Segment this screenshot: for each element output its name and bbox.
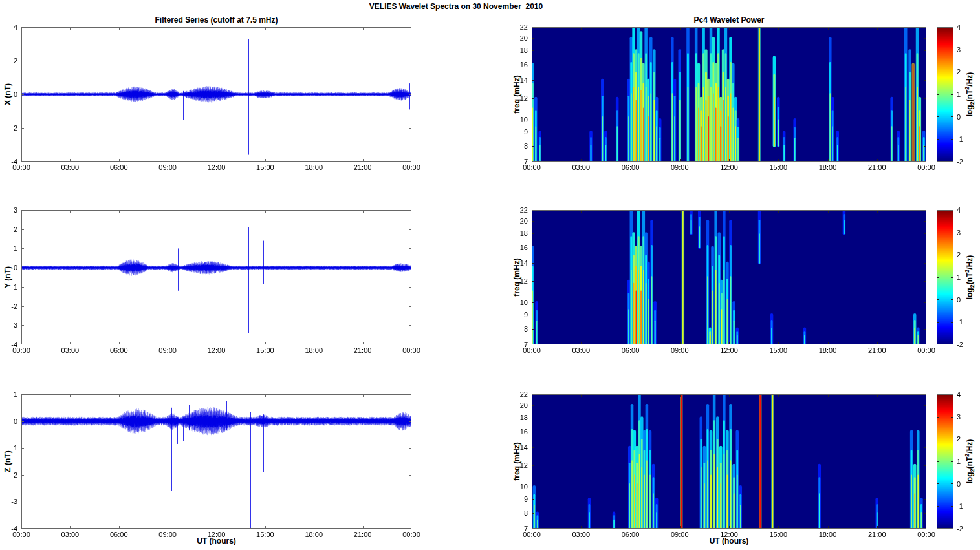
x-tick-label: 00:00 — [917, 346, 935, 354]
colorbar-tick-label: 4 — [957, 390, 961, 398]
colorbar-tick-label: 0 — [957, 113, 961, 121]
x-tick-label: 06:00 — [110, 164, 128, 171]
freq-tick-label: 20 — [520, 401, 528, 409]
x-tick-label: 15:00 — [256, 164, 274, 171]
colorbar-tick-label: 0 — [957, 480, 961, 488]
freq-axis-label-1: freq (mHz) — [512, 75, 521, 113]
x-tick-label: 03:00 — [572, 164, 590, 171]
colorbar-tick-label: -2 — [957, 525, 963, 533]
spectrogram-x-plot — [532, 27, 926, 162]
freq-tick-label: 16 — [520, 61, 528, 69]
x-tick-label: 18:00 — [819, 346, 837, 354]
x-tick-label: 12:00 — [208, 164, 226, 171]
colorbar-3 — [937, 394, 953, 529]
colorbar-tick-label: -2 — [957, 341, 963, 348]
spectrogram-y-plot — [532, 210, 926, 344]
y-tick-label: 0 — [14, 90, 17, 98]
freq-tick-label: 22 — [520, 390, 528, 398]
freq-tick-label: 9 — [524, 128, 528, 136]
freq-tick-label: 16 — [520, 244, 528, 251]
colorbar-tick-label: 1 — [957, 90, 961, 98]
freq-tick-label: 7 — [524, 158, 528, 165]
y-axis-label-x: X (nT) — [3, 83, 12, 105]
y-tick-label: -4 — [11, 341, 17, 348]
freq-tick-label: 8 — [524, 509, 528, 517]
freq-axis-label-3: freq (mHz) — [512, 442, 521, 480]
y-tick-label: -3 — [11, 498, 17, 505]
x-tick-label: 12:00 — [208, 346, 226, 354]
x-tick-label: 06:00 — [622, 164, 640, 171]
y-tick-label: -4 — [11, 158, 17, 165]
y-tick-label: 4 — [14, 23, 17, 31]
x-tick-label: 00:00 — [917, 164, 935, 171]
timeseries-z-plot — [21, 394, 411, 529]
freq-tick-label: 8 — [524, 325, 528, 333]
freq-tick-label: 9 — [524, 495, 528, 503]
x-tick-label: 00:00 — [12, 164, 30, 171]
colorbar-tick-label: 2 — [957, 251, 961, 259]
x-tick-label: 21:00 — [868, 346, 886, 354]
y-tick-label: -2 — [11, 302, 17, 310]
y-axis-label-z: Z (nT) — [3, 450, 12, 472]
x-tick-label: 03:00 — [61, 346, 80, 354]
colorbar-tick-label: 4 — [957, 23, 961, 31]
x-tick-label: 09:00 — [158, 346, 177, 354]
y-axis-label-y: Y (nT) — [3, 266, 12, 288]
x-tick-label: 00:00 — [523, 346, 541, 354]
y-tick-label: -3 — [11, 321, 17, 329]
freq-tick-label: 9 — [524, 311, 528, 319]
colorbar-label-2: log2(nT2/Hz) — [964, 255, 975, 300]
x-axis-label-left: UT (hours) — [21, 536, 411, 545]
y-tick-label: 2 — [14, 57, 17, 65]
spectrogram-z-plot — [532, 394, 926, 529]
freq-tick-label: 22 — [520, 23, 528, 31]
freq-tick-label: 8 — [524, 142, 528, 150]
freq-tick-label: 10 — [520, 483, 528, 491]
x-tick-label: 18:00 — [819, 164, 837, 171]
timeseries-x-plot — [21, 27, 411, 162]
colorbar-label-3: log2(nT2/Hz) — [964, 439, 975, 484]
x-tick-label: 21:00 — [868, 164, 886, 171]
wavelet-power-title: Pc4 Wavelet Power — [532, 16, 926, 25]
x-tick-label: 18:00 — [305, 164, 323, 171]
colorbar-1 — [937, 27, 953, 162]
colorbar-label-1: log2(nT2/Hz) — [964, 72, 975, 117]
y-tick-label: 0 — [14, 418, 17, 425]
freq-tick-label: 7 — [524, 341, 528, 348]
x-tick-label: 09:00 — [671, 346, 689, 354]
x-tick-label: 15:00 — [769, 164, 787, 171]
colorbar-tick-label: 1 — [957, 458, 961, 465]
freq-tick-label: 22 — [520, 206, 528, 214]
y-tick-label: 1 — [14, 244, 17, 252]
x-tick-label: 21:00 — [354, 164, 372, 171]
x-tick-label: 15:00 — [769, 346, 787, 354]
x-tick-label: 21:00 — [354, 346, 372, 354]
x-tick-label: 00:00 — [523, 164, 541, 171]
y-tick-label: 2 — [14, 226, 17, 233]
x-tick-label: 03:00 — [572, 346, 590, 354]
freq-tick-label: 18 — [520, 414, 528, 421]
x-tick-label: 06:00 — [110, 346, 128, 354]
x-tick-label: 09:00 — [671, 164, 689, 171]
colorbar-tick-label: -1 — [957, 502, 963, 510]
y-tick-label: 1 — [14, 390, 17, 398]
freq-tick-label: 10 — [520, 116, 528, 123]
colorbar-tick-label: -1 — [957, 318, 963, 326]
x-tick-label: 15:00 — [256, 346, 274, 354]
freq-tick-label: 10 — [520, 299, 528, 306]
colorbar-tick-label: -1 — [957, 135, 963, 143]
x-tick-label: 00:00 — [402, 346, 420, 354]
freq-tick-label: 18 — [520, 229, 528, 237]
x-tick-label: 03:00 — [61, 164, 80, 171]
colorbar-tick-label: 4 — [957, 206, 961, 214]
colorbar-tick-label: 0 — [957, 296, 961, 304]
timeseries-y-plot — [21, 210, 411, 344]
x-tick-label: 12:00 — [720, 164, 738, 171]
freq-axis-label-2: freq (mHz) — [512, 258, 521, 296]
x-tick-label: 12:00 — [720, 346, 738, 354]
filtered-series-title: Filtered Series (cutoff at 7.5 mHz) — [21, 16, 411, 25]
x-tick-label: 00:00 — [12, 346, 30, 354]
colorbar-tick-label: 3 — [957, 46, 961, 54]
colorbar-tick-label: -2 — [957, 158, 963, 165]
freq-tick-label: 20 — [520, 217, 528, 225]
